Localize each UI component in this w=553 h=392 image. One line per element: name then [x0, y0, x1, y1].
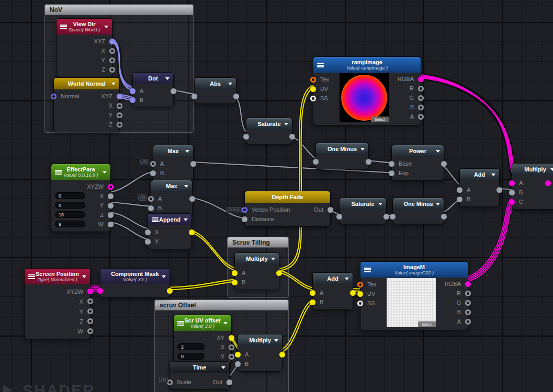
chevron-down-icon[interactable]	[82, 275, 86, 280]
node-header[interactable]: Saturate	[340, 198, 386, 210]
input-port[interactable]	[310, 290, 315, 296]
node-saturate-2[interactable]: Saturate	[339, 198, 387, 224]
input-port[interactable]	[336, 214, 342, 220]
node-header[interactable]: Multiply	[235, 253, 279, 264]
output-port[interactable]	[109, 39, 115, 44]
output-port[interactable]	[418, 76, 424, 82]
node-header[interactable]: Scr UV offset Value( 2,0 )	[174, 315, 231, 331]
node-header[interactable]: rampImage Value( rampImage )	[313, 57, 421, 73]
node-screen-position[interactable]: Screen Position Type( Normalized ) XYZW …	[24, 268, 91, 339]
output-port[interactable]	[108, 184, 114, 190]
menu-icon[interactable]	[152, 217, 159, 222]
output-port[interactable]	[108, 212, 114, 218]
input-port[interactable]	[509, 190, 515, 195]
node-add-final[interactable]: Add A B	[459, 168, 500, 207]
output-port[interactable]	[167, 288, 173, 294]
chevron-down-icon[interactable]	[271, 258, 275, 262]
input-port[interactable]	[191, 94, 197, 99]
chevron-down-icon[interactable]	[491, 174, 495, 178]
menu-icon[interactable]	[60, 25, 67, 29]
output-port[interactable]	[418, 105, 424, 110]
output-port[interactable]	[117, 122, 122, 128]
input-port[interactable]	[389, 161, 394, 167]
input-port[interactable]	[51, 94, 57, 99]
output-port[interactable]	[108, 222, 114, 227]
input-port[interactable]	[243, 134, 249, 140]
output-port[interactable]	[418, 114, 424, 120]
node-abs[interactable]: Abs	[194, 77, 236, 104]
chevron-down-icon[interactable]	[345, 278, 349, 282]
output-port[interactable]	[171, 88, 176, 94]
node-saturate-1[interactable]: Saturate	[246, 118, 292, 144]
chevron-down-icon[interactable]	[550, 168, 553, 173]
input-port[interactable]	[357, 291, 363, 297]
output-port[interactable]	[441, 161, 447, 167]
input-port[interactable]	[313, 159, 319, 165]
output-port[interactable]	[289, 134, 295, 140]
output-port[interactable]	[189, 196, 195, 202]
node-header[interactable]: Dot	[133, 73, 173, 84]
node-one-minus-1[interactable]: One Minus	[315, 143, 369, 169]
chevron-down-icon[interactable]	[436, 150, 440, 155]
input-port[interactable]	[457, 197, 462, 202]
node-header[interactable]: Add	[460, 169, 499, 180]
value-field-y[interactable]: 0	[55, 202, 85, 209]
menu-icon[interactable]	[364, 268, 371, 272]
chevron-down-icon[interactable]	[221, 366, 225, 371]
node-ramp-image[interactable]: rampImage Value( rampImage ) Tex UV SS S…	[313, 56, 421, 125]
node-max-2[interactable]: Max A B	[151, 180, 193, 216]
input-port[interactable]	[235, 352, 241, 358]
input-port[interactable]	[145, 239, 151, 245]
node-header[interactable]: Max	[151, 180, 192, 192]
node-header[interactable]: EffectPara Value( 0,0,16,9 )	[51, 164, 110, 180]
node-power[interactable]: Power Base Exp	[391, 145, 444, 181]
node-header[interactable]: Screen Position Type( Normalized )	[25, 269, 90, 284]
output-port[interactable]	[441, 214, 447, 220]
output-port[interactable]	[545, 180, 551, 186]
output-port[interactable]	[418, 86, 424, 91]
node-max-1[interactable]: Max A B	[153, 145, 194, 181]
input-port[interactable]	[242, 216, 247, 222]
input-port[interactable]	[390, 214, 396, 220]
output-port[interactable]	[465, 319, 471, 325]
output-port[interactable]	[117, 103, 122, 109]
select-texture-button[interactable]: Select	[371, 117, 389, 122]
output-port[interactable]	[87, 328, 93, 334]
node-effect-para[interactable]: EffectPara Value( 0,0,16,9 ) XYZW 0X 0Y …	[51, 164, 111, 232]
output-port[interactable]	[229, 335, 234, 341]
chevron-down-icon[interactable]	[284, 123, 288, 128]
group-scruv-tilling-header[interactable]: Scruv Tilling	[228, 237, 288, 248]
input-port[interactable]	[130, 97, 136, 103]
output-port[interactable]	[109, 67, 115, 73]
node-header[interactable]: Add	[313, 273, 353, 284]
input-port[interactable]	[310, 299, 315, 305]
node-multiply-final[interactable]: Multiply A B C	[512, 163, 553, 210]
node-header[interactable]: World Normal	[54, 78, 119, 89]
chevron-down-icon[interactable]	[111, 83, 116, 87]
node-header[interactable]: ImageM Value( imageG02 )	[360, 262, 468, 278]
menu-icon[interactable]	[317, 63, 324, 67]
chevron-down-icon[interactable]	[223, 322, 228, 327]
input-port[interactable]	[235, 361, 241, 367]
chevron-down-icon[interactable]	[162, 275, 166, 280]
input-port[interactable]	[310, 77, 316, 83]
value-field-x[interactable]: 0	[55, 192, 85, 199]
input-port[interactable]	[148, 205, 154, 211]
input-port[interactable]	[509, 180, 515, 186]
output-port[interactable]	[109, 48, 115, 54]
group-nov-header[interactable]: NoV	[45, 5, 193, 15]
output-port[interactable]	[190, 161, 196, 167]
value-field-x[interactable]: 2	[177, 343, 205, 350]
menu-icon[interactable]	[55, 170, 62, 175]
node-header[interactable]: Abs	[195, 78, 236, 89]
node-header[interactable]: Depth Fade	[245, 191, 330, 203]
output-port[interactable]	[350, 290, 356, 296]
node-dot[interactable]: Dot A B	[132, 72, 174, 107]
node-header[interactable]: One Minus	[316, 143, 368, 155]
chevron-down-icon[interactable]	[360, 148, 365, 153]
output-port[interactable]	[87, 308, 93, 314]
node-append[interactable]: Append X Y	[148, 213, 192, 249]
chevron-down-icon[interactable]	[165, 77, 170, 82]
shader-graph-canvas[interactable]: NoV Scruv Tilling scruv Offset View Dir …	[0, 0, 553, 392]
output-port[interactable]	[229, 354, 234, 360]
